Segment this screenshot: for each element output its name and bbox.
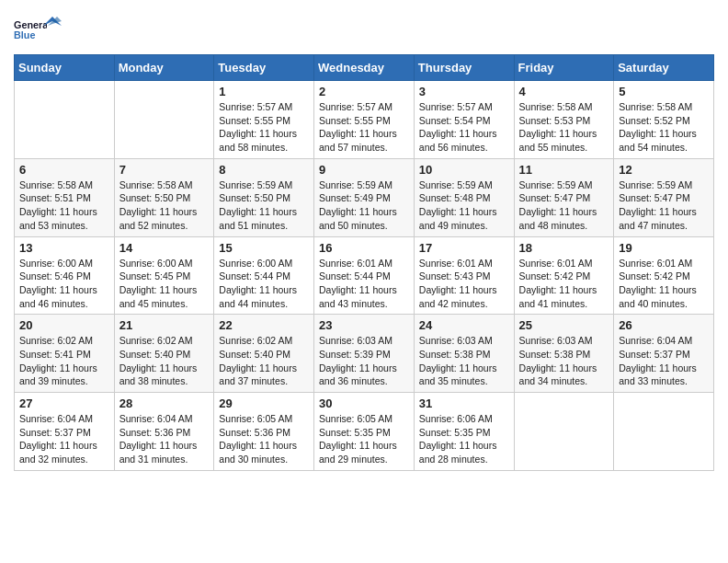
- calendar-cell: [614, 393, 714, 471]
- day-number: 20: [19, 318, 109, 332]
- svg-text:Blue: Blue: [14, 29, 35, 40]
- day-number: 25: [519, 318, 609, 332]
- day-info: Sunrise: 6:03 AM Sunset: 5:38 PM Dayligh…: [419, 334, 509, 388]
- day-number: 10: [419, 163, 509, 177]
- calendar-cell: [514, 393, 614, 471]
- day-info: Sunrise: 5:59 AM Sunset: 5:49 PM Dayligh…: [319, 178, 409, 233]
- day-number: 1: [219, 85, 309, 98]
- day-number: 18: [519, 241, 609, 255]
- weekday-header-sunday: Sunday: [15, 55, 115, 81]
- calendar-cell: 3Sunrise: 5:57 AM Sunset: 5:54 PM Daylig…: [414, 81, 514, 159]
- calendar-cell: 11Sunrise: 5:59 AM Sunset: 5:47 PM Dayli…: [514, 158, 614, 236]
- calendar-cell: 1Sunrise: 5:57 AM Sunset: 5:55 PM Daylig…: [214, 81, 314, 159]
- weekday-header-saturday: Saturday: [614, 55, 714, 81]
- calendar-week-1: 1Sunrise: 5:57 AM Sunset: 5:55 PM Daylig…: [15, 81, 714, 159]
- day-number: 29: [219, 396, 309, 410]
- weekday-header-friday: Friday: [514, 55, 614, 81]
- day-info: Sunrise: 6:02 AM Sunset: 5:40 PM Dayligh…: [219, 334, 309, 388]
- calendar-week-5: 27Sunrise: 6:04 AM Sunset: 5:37 PM Dayli…: [15, 393, 714, 471]
- day-number: 28: [119, 396, 210, 410]
- svg-text:General: General: [14, 19, 47, 30]
- day-number: 27: [19, 396, 109, 410]
- day-info: Sunrise: 5:58 AM Sunset: 5:51 PM Dayligh…: [19, 178, 109, 233]
- day-number: 24: [419, 318, 509, 332]
- calendar-cell: 22Sunrise: 6:02 AM Sunset: 5:40 PM Dayli…: [214, 315, 314, 393]
- calendar-cell: 10Sunrise: 5:59 AM Sunset: 5:48 PM Dayli…: [414, 158, 514, 236]
- day-number: 12: [619, 163, 709, 177]
- day-number: 13: [19, 241, 109, 255]
- calendar-cell: 16Sunrise: 6:01 AM Sunset: 5:44 PM Dayli…: [314, 236, 415, 315]
- day-info: Sunrise: 6:01 AM Sunset: 5:44 PM Dayligh…: [319, 257, 409, 311]
- day-info: Sunrise: 5:57 AM Sunset: 5:55 PM Dayligh…: [219, 100, 309, 155]
- calendar-cell: 18Sunrise: 6:01 AM Sunset: 5:42 PM Dayli…: [514, 236, 614, 315]
- weekday-header-tuesday: Tuesday: [214, 55, 314, 81]
- calendar-cell: 17Sunrise: 6:01 AM Sunset: 5:43 PM Dayli…: [414, 236, 514, 315]
- day-number: 15: [219, 241, 309, 255]
- day-info: Sunrise: 6:00 AM Sunset: 5:44 PM Dayligh…: [219, 257, 309, 311]
- logo-bird-icon: [43, 17, 62, 35]
- day-info: Sunrise: 6:01 AM Sunset: 5:43 PM Dayligh…: [419, 257, 509, 311]
- day-number: 6: [19, 163, 109, 177]
- logo-svg: General Blue: [14, 14, 47, 47]
- day-number: 21: [119, 318, 210, 332]
- day-number: 7: [119, 163, 210, 177]
- day-info: Sunrise: 6:05 AM Sunset: 5:36 PM Dayligh…: [219, 412, 309, 466]
- day-info: Sunrise: 6:02 AM Sunset: 5:40 PM Dayligh…: [119, 334, 210, 388]
- calendar-cell: 29Sunrise: 6:05 AM Sunset: 5:36 PM Dayli…: [214, 393, 314, 471]
- day-info: Sunrise: 6:04 AM Sunset: 5:37 PM Dayligh…: [619, 334, 709, 388]
- weekday-header-row: SundayMondayTuesdayWednesdayThursdayFrid…: [15, 55, 714, 81]
- calendar-cell: 6Sunrise: 5:58 AM Sunset: 5:51 PM Daylig…: [15, 158, 115, 236]
- calendar-cell: 5Sunrise: 5:58 AM Sunset: 5:52 PM Daylig…: [614, 81, 714, 159]
- calendar-cell: 15Sunrise: 6:00 AM Sunset: 5:44 PM Dayli…: [214, 236, 314, 315]
- day-number: 2: [319, 85, 409, 98]
- calendar-cell: 9Sunrise: 5:59 AM Sunset: 5:49 PM Daylig…: [314, 158, 415, 236]
- day-number: 16: [319, 241, 409, 255]
- day-info: Sunrise: 6:01 AM Sunset: 5:42 PM Dayligh…: [519, 257, 609, 311]
- day-number: 17: [419, 241, 509, 255]
- day-number: 3: [419, 85, 509, 98]
- calendar-cell: 8Sunrise: 5:59 AM Sunset: 5:50 PM Daylig…: [214, 158, 314, 236]
- day-number: 14: [119, 241, 210, 255]
- day-info: Sunrise: 6:03 AM Sunset: 5:39 PM Dayligh…: [319, 334, 409, 388]
- calendar-cell: 24Sunrise: 6:03 AM Sunset: 5:38 PM Dayli…: [414, 315, 514, 393]
- day-info: Sunrise: 6:00 AM Sunset: 5:46 PM Dayligh…: [19, 257, 109, 311]
- day-number: 23: [319, 318, 409, 332]
- day-info: Sunrise: 5:59 AM Sunset: 5:47 PM Dayligh…: [519, 178, 609, 233]
- day-info: Sunrise: 5:58 AM Sunset: 5:52 PM Dayligh…: [619, 100, 709, 155]
- day-info: Sunrise: 6:03 AM Sunset: 5:38 PM Dayligh…: [519, 334, 609, 388]
- calendar-cell: 26Sunrise: 6:04 AM Sunset: 5:37 PM Dayli…: [614, 315, 714, 393]
- day-number: 4: [519, 85, 609, 98]
- day-info: Sunrise: 5:57 AM Sunset: 5:55 PM Dayligh…: [319, 100, 409, 155]
- calendar-cell: 19Sunrise: 6:01 AM Sunset: 5:42 PM Dayli…: [614, 236, 714, 315]
- day-info: Sunrise: 6:00 AM Sunset: 5:45 PM Dayligh…: [119, 257, 210, 311]
- day-number: 30: [319, 396, 409, 410]
- day-number: 22: [219, 318, 309, 332]
- calendar-cell: 28Sunrise: 6:04 AM Sunset: 5:36 PM Dayli…: [114, 393, 214, 471]
- calendar-week-2: 6Sunrise: 5:58 AM Sunset: 5:51 PM Daylig…: [15, 158, 714, 236]
- day-info: Sunrise: 5:59 AM Sunset: 5:47 PM Dayligh…: [619, 178, 709, 233]
- day-info: Sunrise: 6:02 AM Sunset: 5:41 PM Dayligh…: [19, 334, 109, 388]
- day-info: Sunrise: 6:05 AM Sunset: 5:35 PM Dayligh…: [319, 412, 409, 466]
- weekday-header-thursday: Thursday: [414, 55, 514, 81]
- day-number: 26: [619, 318, 709, 332]
- calendar-cell: [114, 81, 214, 159]
- day-info: Sunrise: 6:04 AM Sunset: 5:37 PM Dayligh…: [19, 412, 109, 466]
- day-info: Sunrise: 5:57 AM Sunset: 5:54 PM Dayligh…: [419, 100, 509, 155]
- day-number: 11: [519, 163, 609, 177]
- calendar-week-3: 13Sunrise: 6:00 AM Sunset: 5:46 PM Dayli…: [15, 236, 714, 315]
- day-info: Sunrise: 5:59 AM Sunset: 5:50 PM Dayligh…: [219, 178, 309, 233]
- calendar-cell: 2Sunrise: 5:57 AM Sunset: 5:55 PM Daylig…: [314, 81, 415, 159]
- calendar-cell: 31Sunrise: 6:06 AM Sunset: 5:35 PM Dayli…: [414, 393, 514, 471]
- calendar-cell: 13Sunrise: 6:00 AM Sunset: 5:46 PM Dayli…: [15, 236, 115, 315]
- weekday-header-monday: Monday: [114, 55, 214, 81]
- day-info: Sunrise: 5:58 AM Sunset: 5:53 PM Dayligh…: [519, 100, 609, 155]
- day-info: Sunrise: 5:58 AM Sunset: 5:50 PM Dayligh…: [119, 178, 210, 233]
- day-info: Sunrise: 6:06 AM Sunset: 5:35 PM Dayligh…: [419, 412, 509, 466]
- calendar-cell: 27Sunrise: 6:04 AM Sunset: 5:37 PM Dayli…: [15, 393, 115, 471]
- page-header: General Blue: [14, 9, 714, 47]
- weekday-header-wednesday: Wednesday: [314, 55, 415, 81]
- day-number: 5: [619, 85, 709, 98]
- calendar-cell: 7Sunrise: 5:58 AM Sunset: 5:50 PM Daylig…: [114, 158, 214, 236]
- day-number: 8: [219, 163, 309, 177]
- day-number: 31: [419, 396, 509, 410]
